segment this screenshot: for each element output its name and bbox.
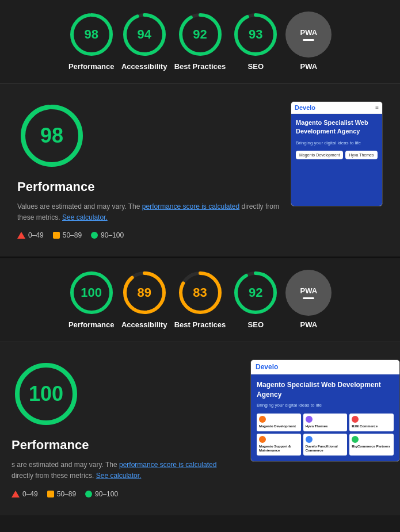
score-item-seo-desktop: 93 SEO (233, 12, 279, 72)
scores-row-desktop: 98 Performance 94 Accessibility 92 (6, 12, 394, 72)
mobile-scores-section: 100 Performance 89 Accessibility 83 (0, 258, 400, 342)
preview-card-2: B2B Commerce (349, 414, 394, 431)
performance-circle-desktop: 98 (68, 12, 115, 58)
section-title-mobile: Performance (12, 438, 233, 453)
preview-large-topbar: Develo (251, 360, 399, 374)
preview-large-headline: Magento Specialist Web Development Agenc… (257, 380, 394, 400)
performance-label-mobile: Performance (68, 320, 114, 330)
bestpractices-circle-desktop: 92 (177, 12, 223, 58)
legend-red-label-mobile: 0–49 (22, 490, 38, 498)
performance-detail-mobile: 100 Performance s are estimated and may … (0, 342, 400, 515)
preview-card-4: Davelo FuncKtional Commerce (303, 434, 348, 456)
preview-card-title-0: Magento Development (259, 424, 299, 429)
website-preview-desktop: Develo ≡ Magento Specialist Web Developm… (291, 101, 383, 206)
preview-card-icon-2 (352, 416, 359, 423)
preview-grid: Magento Development Hyva Themes B2B Comm… (257, 414, 394, 456)
pwa-dash-mobile (303, 297, 314, 299)
pwa-score-label-desktop: PWA (300, 62, 318, 72)
legend-item-red-mobile: 0–49 (12, 490, 38, 498)
legend-square-icon (53, 232, 60, 239)
pwa-label-mobile: PWA (300, 286, 318, 295)
performance-score-mobile: 100 (81, 285, 102, 300)
big-score-circle-desktop: 98 (17, 101, 86, 170)
description-desktop: Values are estimated and may vary. The p… (17, 201, 279, 223)
legend-red-label: 0–49 (28, 231, 44, 239)
description-mobile: s are estimated and may vary. The perfor… (12, 460, 233, 481)
legend-triangle-icon (17, 232, 25, 239)
preview-logos-row: Magento Development Hyva Themes (296, 151, 378, 159)
accessibility-label-mobile: Accessibility (121, 320, 167, 330)
preview-logo2: Hyva Themes (345, 151, 377, 159)
preview-card-title-5: BigCommerce Partners (352, 445, 391, 449)
score-item-pwa-desktop: PWA PWA (285, 12, 332, 72)
preview-card-icon-0 (259, 416, 266, 423)
bestpractices-circle-mobile: 83 (177, 270, 223, 316)
legend-item-orange: 50–89 (53, 231, 82, 239)
performance-circle-mobile: 100 (68, 270, 115, 316)
detail-right-desktop: Develo ≡ Magento Specialist Web Developm… (291, 101, 383, 206)
accessibility-score-mobile: 89 (137, 285, 151, 300)
preview-card-icon-1 (306, 416, 313, 423)
preview-large-logo-text: Develo (256, 363, 278, 371)
preview-logo1: Magento Development (296, 151, 343, 159)
bestpractices-label-mobile: Best Practices (174, 320, 226, 330)
perf-score-link-mobile[interactable]: performance score is calculated (119, 461, 216, 469)
accessibility-circle-desktop: 94 (121, 12, 167, 58)
bestpractices-score-mobile: 83 (193, 285, 207, 300)
big-score-number-desktop: 98 (40, 124, 63, 148)
preview-headline-desktop: Magento Specialist Web Development Agenc… (296, 118, 378, 136)
preview-card-3: Magento Support & Maintenance (257, 434, 301, 456)
seo-circle-desktop: 93 (233, 12, 279, 58)
score-item-accessibility-desktop: 94 Accessibility (121, 12, 167, 72)
preview-card-title-3: Magento Support & Maintenance (259, 445, 299, 454)
score-item-bestpractices-mobile: 83 Best Practices (174, 270, 226, 330)
pwa-dash-desktop (303, 39, 314, 41)
pwa-score-label-mobile: PWA (300, 320, 318, 330)
big-score-circle-mobile: 100 (12, 359, 81, 428)
calc-link-mobile[interactable]: See calculator. (96, 472, 142, 480)
preview-card-1: Hyva Themes (303, 414, 348, 431)
accessibility-label-desktop: Accessibility (121, 62, 167, 72)
seo-score-mobile: 92 (249, 285, 262, 300)
preview-large-body: Magento Specialist Web Development Agenc… (251, 374, 399, 461)
legend-item-orange-mobile: 50–89 (47, 490, 76, 498)
legend-triangle-icon-mobile (12, 491, 20, 497)
score-item-bestpractices-desktop: 92 Best Practices (174, 12, 226, 72)
detail-right-mobile: Develo Magento Specialist Web Developmen… (250, 359, 400, 462)
score-item-performance-mobile: 100 Performance (68, 270, 115, 330)
pwa-badge-desktop: PWA (285, 12, 332, 58)
legend-orange-label: 50–89 (63, 231, 82, 239)
performance-score-desktop: 98 (84, 27, 98, 42)
preview-card-title-4: Davelo FuncKtional Commerce (306, 445, 345, 454)
seo-score-desktop: 93 (249, 27, 262, 42)
website-preview-mobile: Develo Magento Specialist Web Developmen… (250, 359, 400, 462)
seo-label-mobile: SEO (248, 320, 264, 330)
score-item-pwa-mobile: PWA PWA (285, 270, 332, 330)
preview-card-0: Magento Development (257, 414, 301, 431)
legend-orange-label-mobile: 50–89 (57, 490, 76, 498)
score-item-performance-desktop: 98 Performance (68, 12, 115, 72)
bestpractices-label-desktop: Best Practices (174, 62, 226, 72)
legend-green-dot (91, 232, 98, 239)
preview-sub-desktop: Bringing your digital ideas to life (296, 140, 378, 146)
seo-circle-mobile: 92 (233, 270, 279, 316)
legend-item-red: 0–49 (17, 231, 44, 239)
accessibility-score-desktop: 94 (137, 27, 151, 42)
preview-topbar-desktop: Develo ≡ (291, 102, 382, 114)
pwa-label-desktop: PWA (300, 28, 318, 37)
preview-menu-icon: ≡ (375, 104, 379, 110)
legend-green-label: 90–100 (101, 231, 124, 239)
legend-row-mobile: 0–49 50–89 90–100 (12, 490, 233, 498)
legend-row-desktop: 0–49 50–89 90–100 (17, 231, 279, 239)
section-title-desktop: Performance (17, 179, 279, 194)
performance-detail-desktop: 98 Performance Values are estimated and … (0, 84, 400, 258)
detail-left-desktop: 98 Performance Values are estimated and … (17, 101, 279, 239)
perf-score-link-desktop[interactable]: performance score is calculated (142, 202, 239, 210)
pwa-badge-mobile: PWA (285, 270, 332, 316)
preview-card-5: BigCommerce Partners (349, 434, 394, 456)
preview-large-sub: Bringing your digital ideas to life (257, 403, 394, 408)
bestpractices-score-desktop: 92 (193, 27, 207, 42)
calc-link-desktop[interactable]: See calculator. (62, 213, 108, 221)
legend-item-green-mobile: 90–100 (85, 490, 118, 498)
performance-label-desktop: Performance (68, 62, 114, 72)
